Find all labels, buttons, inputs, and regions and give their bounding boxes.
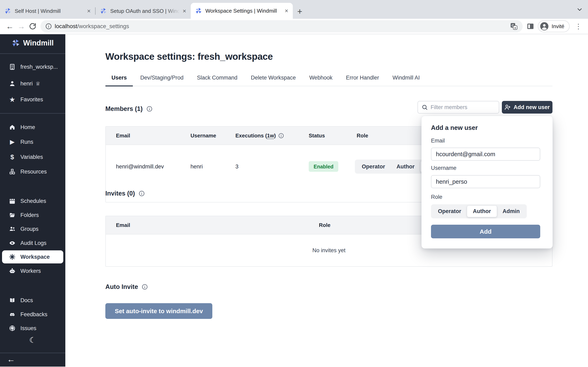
set-auto-invite-button[interactable]: Set auto-invite to windmill.dev [105,303,212,319]
sidebar-item-runs[interactable]: ▶ Runs [2,135,63,149]
moon-icon: ☾ [29,336,36,345]
side-panel-icon[interactable] [526,22,535,30]
url-host: localhost [55,23,77,29]
tab-windmill-ai[interactable]: Windmill AI [387,75,426,86]
email-field[interactable] [431,148,540,161]
browser-menu-icon[interactable]: ⋮ [573,22,584,30]
calendar-icon [9,198,16,204]
crown-icon: ♕ [35,81,40,86]
sidebar-item-label: Docs [20,297,33,304]
reload-button[interactable] [27,21,38,32]
divider [0,353,65,353]
role-author-button[interactable]: Author [467,206,497,217]
sidebar-item-label: henri [20,81,33,87]
tab-search-chevron-icon[interactable] [576,6,583,14]
building-icon [9,64,16,70]
windmill-favicon-icon [4,8,11,15]
dark-mode-toggle[interactable]: ☾ [0,336,65,345]
sidebar-item-groups[interactable]: Groups [2,222,63,235]
settings-tabs: Users Dev/Staging/Prod Slack Command Del… [105,75,553,86]
translate-icon[interactable]: Ga [510,22,518,30]
status-badge: Enabled [309,161,338,172]
member-executions: 3 [235,164,238,170]
sidebar-item-home[interactable]: Home [2,121,63,134]
username-label: Username [431,165,457,171]
popover-role-segmented: Operator Author Admin [431,204,527,218]
sidebar-item-label: Audit Logs [20,240,47,246]
auto-invite-heading: Auto Invite [105,283,148,291]
add-new-user-button[interactable]: Add new user [502,101,553,114]
sidebar-item-workspace-switcher[interactable]: fresh_worksp... [2,60,63,73]
role-operator-button[interactable]: Operator [356,161,391,172]
tab-error-handler[interactable]: Error Handler [340,75,385,86]
role-author-button[interactable]: Author [391,161,420,172]
github-icon [9,325,16,332]
sidebar-item-workspace[interactable]: Workspace [2,250,63,263]
browser-profile-button[interactable]: Invité [538,20,570,32]
tab-webhook[interactable]: Webhook [303,75,339,86]
boxes-icon [9,168,16,175]
info-icon[interactable] [146,106,153,112]
site-info-icon[interactable] [45,23,52,30]
member-email: henri@windmill.dev [116,164,164,170]
member-username: henri [190,164,203,170]
sidebar-item-label: Resources [20,169,47,175]
tab-delete-workspace[interactable]: Delete Workspace [245,75,302,86]
tab-title: Workspace Settings | Windmill [205,8,282,14]
folder-icon [9,212,16,218]
new-tab-button[interactable]: + [297,7,302,16]
address-bar[interactable]: localhost/workspace_settings Ga [40,20,523,33]
col-role: Role [357,133,368,139]
user-icon [9,80,16,87]
role-operator-button[interactable]: Operator [432,206,467,217]
sidebar-item-docs[interactable]: Docs [2,294,63,307]
sidebar-item-workers[interactable]: Workers [2,264,63,277]
col-email: Email [116,133,130,139]
tab-slack-command[interactable]: Slack Command [191,75,243,86]
sidebar-item-issues[interactable]: Issues [2,322,63,335]
sidebar-item-feedbacks[interactable]: Feedbacks [2,308,63,321]
browser-tab-workspace-settings[interactable]: Workspace Settings | Windmill × [191,3,293,19]
sidebar-item-favorites[interactable]: ★ Favorites [2,93,63,106]
tab-users[interactable]: Users [105,75,133,86]
sidebar-item-user[interactable]: henri ♕ [2,77,63,90]
browser-toolbar: ← → localhost/workspace_settings Ga Invi… [0,19,588,34]
play-icon: ▶ [9,139,16,145]
sidebar-item-variables[interactable]: $ Variables [2,150,63,164]
sidebar-item-folders[interactable]: Folders [2,209,63,222]
divider [0,53,65,54]
tab-close-icon[interactable]: × [87,8,91,14]
tab-close-icon[interactable]: × [285,8,288,14]
info-icon[interactable] [278,133,284,138]
username-field[interactable] [431,175,540,188]
info-icon[interactable] [139,191,145,197]
col-status: Status [309,133,325,139]
users-group-icon [9,226,16,232]
browser-tab-self-host[interactable]: Self Host | Windmill × [0,3,95,19]
user-plus-icon [504,104,511,110]
tab-close-icon[interactable]: × [182,8,186,14]
sidebar-item-label: Home [20,124,35,131]
sidebar-item-resources[interactable]: Resources [2,165,63,178]
sidebar: Windmill fresh_worksp... henri ♕ ★ Favor… [0,34,65,367]
tab-dev-staging-prod[interactable]: Dev/Staging/Prod [134,75,190,86]
role-label: Role [431,194,442,200]
collapse-sidebar-button[interactable]: ← [7,355,15,364]
main-content: Workspace settings: fresh_workspace User… [65,34,588,367]
email-label: Email [431,138,445,144]
sidebar-item-label: Feedbacks [20,311,47,318]
filter-members-input[interactable] [431,104,495,110]
add-button[interactable]: Add [431,225,540,238]
url-path: /workspace_settings [77,23,129,29]
sidebar-item-audit-logs[interactable]: Audit Logs [2,236,63,250]
arrow-left-icon: ← [7,355,15,364]
back-button[interactable]: ← [4,21,16,32]
info-icon[interactable] [142,284,148,290]
col-role: Role [319,222,330,228]
col-username: Username [190,133,216,139]
forward-button: → [16,21,27,32]
role-admin-button[interactable]: Admin [497,206,526,217]
browser-tab-oauth-sso[interactable]: Setup OAuth and SSO | Windm × [95,3,191,19]
windmill-logo[interactable]: Windmill [0,39,65,47]
sidebar-item-schedules[interactable]: Schedules [2,194,63,208]
